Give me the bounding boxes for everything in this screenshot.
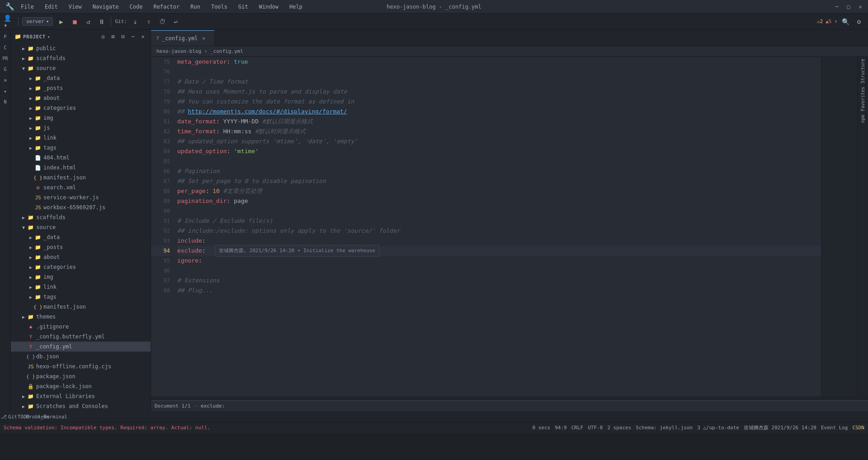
favorites-label[interactable]: Favorites — [859, 85, 866, 113]
tree-item-package-lock[interactable]: 🔒 package-lock.json — [11, 381, 151, 391]
menu-code[interactable]: Code — [128, 3, 145, 11]
status-indent[interactable]: 2 spaces — [607, 425, 631, 431]
tree-item-manifest[interactable]: { } manifest.json — [11, 173, 151, 183]
sidebar-expand-button[interactable]: ⊞ — [109, 33, 117, 41]
git-pull-button[interactable]: ⇓ — [130, 16, 141, 27]
status-encoding[interactable]: UTF-8 — [588, 425, 603, 431]
npm-label[interactable]: npm — [859, 113, 866, 125]
git-bottom-tab[interactable]: ⎇ Git — [4, 411, 14, 422]
menu-bar[interactable]: File Edit View Navigate Code Refactor Ru… — [19, 3, 304, 11]
tree-item-about[interactable]: ▶ 📁 about — [11, 93, 151, 103]
menu-tools[interactable]: Tools — [209, 3, 229, 11]
menu-run[interactable]: Run — [189, 3, 202, 11]
tree-item-source-manifest[interactable]: { } manifest.json — [11, 302, 151, 312]
menu-help[interactable]: Help — [288, 3, 304, 11]
status-schema[interactable]: Schema: jekyll.json — [636, 425, 693, 431]
tree-item-service-worker[interactable]: JS service-worker.js — [11, 192, 151, 202]
status-author[interactable]: 攻城狮杰森 2021/9/26 14:20 — [744, 424, 816, 431]
settings-icon[interactable]: ⚙ — [854, 16, 864, 27]
user-icon[interactable]: 👤▾ — [4, 16, 14, 27]
sidebar-close-button[interactable]: ✕ — [139, 33, 147, 41]
menu-file[interactable]: File — [19, 3, 36, 11]
tree-item-source-data[interactable]: ▶ 📁 _data — [11, 232, 151, 242]
maximize-button[interactable]: □ — [845, 4, 852, 10]
tree-item-source-link[interactable]: ▶ 📁 link — [11, 282, 151, 292]
editor-content[interactable]: 75 76 77 78 79 80 81 82 83 84 85 86 87 8… — [151, 57, 868, 397]
status-git-changes[interactable]: 3 △/up-to-date — [697, 425, 739, 431]
close-button[interactable]: ✕ — [857, 4, 863, 10]
tree-item-source-about[interactable]: ▶ 📁 about — [11, 252, 151, 262]
activity-favorites[interactable]: ★ — [0, 86, 10, 96]
tree-item-link[interactable]: ▶ 📁 link — [11, 133, 151, 143]
tree-item-db-json[interactable]: { } db.json — [11, 352, 151, 361]
tree-item-data[interactable]: ▶ 📁 _data — [11, 73, 151, 83]
folder-icon: 📁 — [34, 134, 42, 141]
horizontal-scrollbar[interactable] — [151, 397, 868, 400]
activity-pull-requests[interactable]: PR — [0, 53, 10, 63]
structure-label[interactable]: Structure — [859, 57, 866, 85]
tree-item-source[interactable]: ▼ 📁 source — [11, 63, 151, 73]
tree-item-source-tags[interactable]: ▶ 📁 tags — [11, 292, 151, 302]
tree-item-source-root[interactable]: ▼ 📁 source — [11, 222, 151, 232]
sidebar-collapse-button[interactable]: ⊟ — [119, 33, 127, 41]
tree-item-scaffolds[interactable]: ▶ 📁 scaffolds — [11, 53, 151, 63]
activity-npm[interactable]: N — [0, 97, 10, 107]
status-csdn[interactable]: CSDN — [853, 425, 865, 431]
git-push-button[interactable]: ⇑ — [143, 16, 154, 27]
lock-icon: 🔒 — [27, 383, 34, 390]
tree-item-gitignore[interactable]: ◆ .gitignore — [11, 322, 151, 332]
tree-item-public[interactable]: ▶ 📁 public — [11, 43, 151, 53]
minimize-button[interactable]: ─ — [834, 4, 840, 10]
sidebar-locate-button[interactable]: ◎ — [99, 33, 107, 41]
tree-item-index[interactable]: 📄 index.html — [11, 163, 151, 173]
git-history-button[interactable]: ⏱ — [157, 16, 168, 27]
pause-button[interactable]: ⏸ — [96, 16, 107, 27]
tree-item-categories[interactable]: ▶ 📁 categories — [11, 103, 151, 113]
status-event-log[interactable]: Event Log — [821, 425, 848, 431]
git-revert-button[interactable]: ↩ — [170, 16, 181, 27]
tree-item-posts[interactable]: ▶ 📁 _posts — [11, 83, 151, 93]
tree-item-scratches[interactable]: ▶ 📁 Scratches and Consoles — [11, 401, 151, 411]
activity-structure[interactable]: ≡ — [0, 75, 10, 85]
status-time[interactable]: 0 secs — [533, 425, 551, 431]
tree-item-search[interactable]: ⊞ search.xml — [11, 183, 151, 192]
menu-window[interactable]: Window — [257, 3, 280, 11]
activity-project[interactable]: P — [0, 32, 10, 42]
activity-git[interactable]: G — [0, 64, 10, 74]
tree-item-scaffolds-root[interactable]: ▶ 📁 scaffolds — [11, 212, 151, 222]
tree-item-img[interactable]: ▶ 📁 img — [11, 113, 151, 123]
tab-config-yml[interactable]: Y _config.yml ✕ — [151, 30, 215, 46]
tree-item-source-posts[interactable]: ▶ 📁 _posts — [11, 242, 151, 252]
tree-item-source-img[interactable]: ▶ 📁 img — [11, 272, 151, 282]
tree-item-themes[interactable]: ▶ 📁 themes — [11, 312, 151, 322]
tree-item-source-categories[interactable]: ▶ 📁 categories — [11, 262, 151, 272]
tree-item-config-yml[interactable]: Y _config.yml — [11, 342, 151, 352]
menu-navigate[interactable]: Navigate — [91, 3, 121, 11]
restart-button[interactable]: ↺ — [83, 16, 94, 27]
tree-item-tags[interactable]: ▶ 📁 tags — [11, 143, 151, 153]
tree-item-workbox[interactable]: JS workbox-65969207.js — [11, 202, 151, 212]
sidebar-more-button[interactable]: ⋯ — [129, 33, 137, 41]
tree-item-config-butterfly[interactable]: Y _config.butterfly.yml — [11, 332, 151, 342]
menu-edit[interactable]: Edit — [43, 3, 60, 11]
menu-view[interactable]: View — [67, 3, 84, 11]
tree-item-hexo-offline[interactable]: JS hexo-offline.config.cjs — [11, 361, 151, 371]
tab-close-button[interactable]: ✕ — [201, 35, 207, 42]
code-editor[interactable]: meta_generator: true # Date / Time forma… — [174, 57, 821, 397]
tree-item-external-libraries[interactable]: ▶ 📁 External Libraries — [11, 391, 151, 401]
search-icon-toolbar[interactable]: 🔍 — [840, 16, 851, 27]
status-line-ending[interactable]: CRLF — [571, 425, 584, 431]
menu-git[interactable]: Git — [236, 3, 250, 11]
sidebar-dropdown-icon[interactable]: ▾ — [47, 34, 50, 39]
server-selector[interactable]: server ▾ — [22, 17, 53, 26]
tree-label: categories — [43, 264, 76, 270]
terminal-bottom-tab[interactable]: >_ Terminal — [47, 411, 58, 422]
activity-commit[interactable]: C — [0, 42, 10, 52]
run-button[interactable]: ▶ — [56, 16, 66, 27]
tree-item-js[interactable]: ▶ 📁 js — [11, 123, 151, 133]
tree-item-package-json[interactable]: { } package.json — [11, 371, 151, 381]
stop-button[interactable]: ■ — [69, 16, 80, 27]
menu-refactor[interactable]: Refactor — [151, 3, 181, 11]
status-position[interactable]: 94:9 — [555, 425, 567, 431]
tree-item-404[interactable]: 📄 404.html — [11, 153, 151, 163]
